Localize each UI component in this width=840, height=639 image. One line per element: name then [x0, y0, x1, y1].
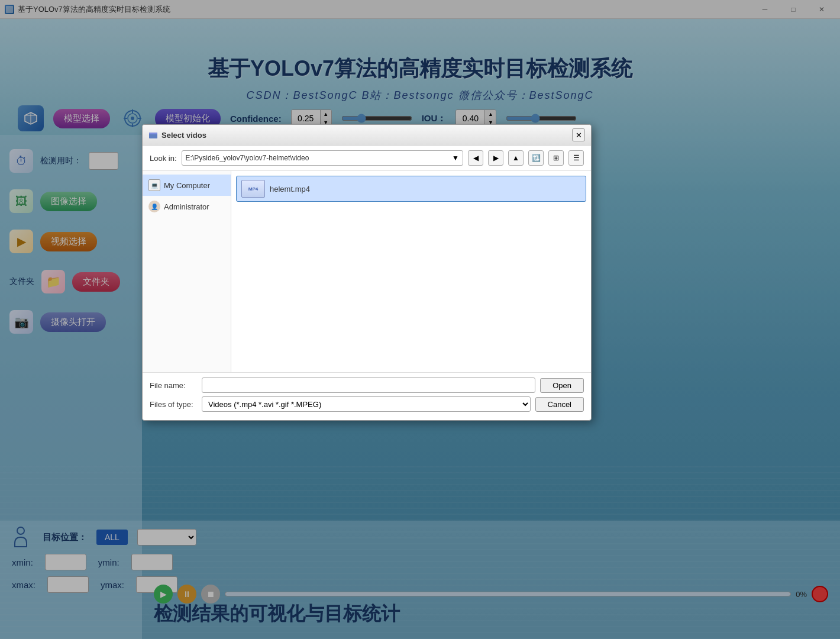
look-in-label: Look in: [150, 154, 177, 163]
user-icon: 👤 [148, 201, 160, 212]
mp4-icon: MP4 [241, 180, 265, 198]
dialog-icon [148, 130, 158, 140]
svg-rect-13 [149, 133, 157, 134]
file-type-select[interactable]: Videos (*.mp4 *.avi *.gif *.MPEG) [202, 396, 531, 412]
open-button[interactable]: Open [540, 378, 584, 393]
dialog-title-left: Select vidos [148, 130, 206, 140]
file-item-name: helemt.mp4 [270, 185, 310, 193]
file-name-label: File name: [150, 381, 197, 390]
tree-item-admin[interactable]: 👤 Administrator [143, 196, 231, 217]
nav-refresh-button[interactable]: 🔃 [528, 150, 544, 166]
file-name-input[interactable] [202, 377, 535, 393]
file-item-helemt[interactable]: MP4 helemt.mp4 [236, 176, 586, 202]
cancel-button[interactable]: Cancel [535, 397, 584, 412]
files-of-type-label: Files of type: [150, 400, 197, 409]
view-list-button[interactable]: ⊞ [548, 150, 564, 166]
computer-icon: 💻 [148, 179, 160, 191]
dialog-title-bar: Select vidos ✕ [143, 125, 591, 146]
nav-back-button[interactable]: ◀ [468, 150, 483, 166]
dialog-close-button[interactable]: ✕ [572, 128, 585, 141]
file-dialog: Select vidos ✕ Look in: E:\Pyside6_yolov… [142, 124, 592, 421]
path-text: E:\Pyside6_yolov7\yolov7-helmet\video [186, 154, 309, 162]
dialog-body: 💻 My Computer 👤 Administrator MP4 helemt… [143, 171, 591, 372]
tree-item-computer[interactable]: 💻 My Computer [143, 175, 231, 196]
dialog-title-text: Select vidos [161, 131, 206, 140]
nav-up-button[interactable]: ▲ [508, 150, 524, 166]
dialog-footer: File name: Open Files of type: Videos (*… [143, 372, 591, 420]
combo-arrow: ▼ [452, 154, 459, 162]
dialog-toolbar: Look in: E:\Pyside6_yolov7\yolov7-helmet… [143, 146, 591, 171]
nav-forward-button[interactable]: ▶ [488, 150, 503, 166]
dialog-tree: 💻 My Computer 👤 Administrator [143, 171, 231, 372]
tree-item-admin-label: Administrator [164, 202, 209, 211]
path-combo[interactable]: E:\Pyside6_yolov7\yolov7-helmet\video ▼ [182, 150, 463, 166]
modal-overlay: Select vidos ✕ Look in: E:\Pyside6_yolov… [0, 0, 840, 639]
footer-row-filetype: Files of type: Videos (*.mp4 *.avi *.gif… [150, 396, 584, 412]
footer-row-filename: File name: Open [150, 377, 584, 393]
dialog-files[interactable]: MP4 helemt.mp4 [231, 171, 591, 372]
tree-item-computer-label: My Computer [164, 181, 210, 190]
view-detail-button[interactable]: ☰ [568, 150, 584, 166]
